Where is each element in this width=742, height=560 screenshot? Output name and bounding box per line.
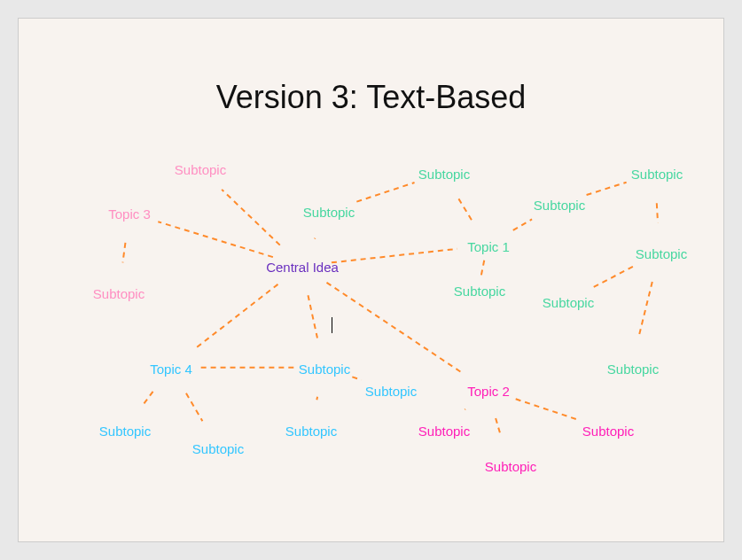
- edge-t1s4-t1s7: [638, 282, 652, 338]
- node-t4s3: Subtopic: [285, 424, 337, 439]
- edge-t4s1-t4s2: [352, 377, 361, 379]
- node-t2s1: Subtopic: [418, 424, 470, 439]
- node-t1s1: Subtopic: [418, 167, 470, 182]
- edge-topic3-t3s2: [122, 243, 125, 263]
- node-topic1: Topic 1: [467, 239, 510, 254]
- node-topic3: Topic 3: [108, 206, 151, 222]
- edge-central-topic3: [158, 222, 273, 257]
- edge-central-topic2: [326, 283, 462, 373]
- node-central: Central Idea: [266, 260, 339, 275]
- edge-t1s2-t1s3: [587, 183, 627, 195]
- edge-topic4-t4s5: [143, 392, 152, 405]
- node-topic2: Topic 2: [467, 384, 510, 399]
- node-t2s3: Subtopic: [582, 424, 634, 439]
- edge-central-topic4: [195, 284, 278, 349]
- edge-topic1-t1s1: [458, 198, 472, 220]
- node-t1s7: Subtopic: [607, 362, 659, 377]
- node-t3s1: Subtopic: [175, 162, 226, 177]
- edge-topic4-t4s4: [186, 393, 202, 421]
- node-t1s5: Subtopic: [543, 295, 594, 310]
- edge-t1s3-t1s4: [657, 203, 658, 222]
- text-caret: [332, 317, 332, 333]
- edge-central-t3s1: [222, 190, 280, 245]
- node-topic4: Topic 4: [150, 362, 192, 377]
- edge-topic1-t1s6: [481, 261, 484, 276]
- node-t4s5: Subtopic: [99, 424, 151, 439]
- node-t3s2: Subtopic: [93, 286, 144, 301]
- edge-t3s3-t1s1: [356, 183, 414, 202]
- edge-t4s1-t4s3: [316, 397, 317, 400]
- node-t1s2: Subtopic: [534, 198, 585, 213]
- connector-layer: [19, 19, 723, 541]
- edge-topic1-t1s2: [513, 219, 532, 230]
- edge-t1s4-t1s5: [593, 267, 633, 287]
- node-t4s4: Subtopic: [192, 441, 244, 456]
- edge-topic2-t2s2: [496, 418, 501, 436]
- edge-topic2-t2s3: [516, 399, 578, 419]
- node-t1s6: Subtopic: [454, 284, 505, 299]
- mindmap-canvas: Version 3: Text-Based Central IdeaTopic …: [18, 18, 724, 542]
- node-t1s3: Subtopic: [631, 167, 683, 182]
- node-t4s1: Subtopic: [299, 362, 350, 377]
- edge-central-topic1: [332, 249, 457, 263]
- node-t1s4: Subtopic: [636, 246, 687, 261]
- edge-central-t4s1: [308, 295, 317, 338]
- node-t2s2: Subtopic: [485, 459, 536, 474]
- node-t3s3: Subtopic: [303, 205, 355, 220]
- node-t4s2: Subtopic: [365, 384, 417, 399]
